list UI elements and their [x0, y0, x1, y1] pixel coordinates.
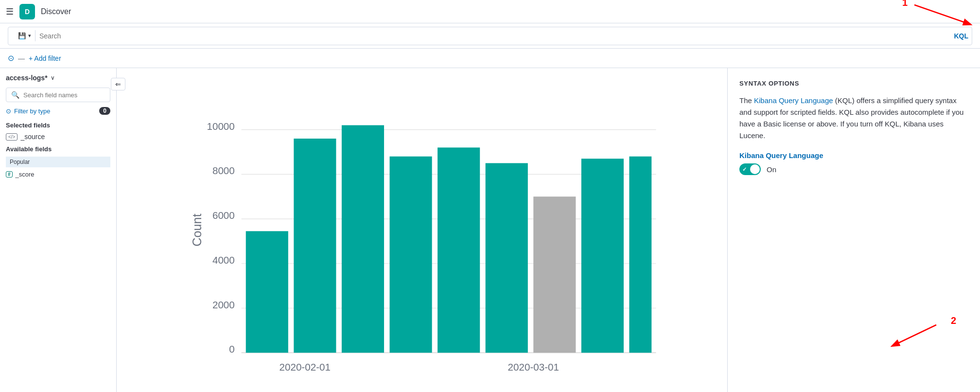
- svg-text:0: 0: [229, 343, 234, 355]
- selected-fields-label: Selected fields: [6, 122, 110, 129]
- bar: [581, 159, 624, 353]
- toggle-track: ✓: [739, 163, 761, 175]
- kql-label: Kibana Query Language: [739, 151, 823, 160]
- svg-text:2000: 2000: [212, 299, 235, 310]
- hamburger-icon[interactable]: ☰: [6, 6, 14, 17]
- filter-type-row: ⊙ Filter by type 0: [6, 107, 110, 115]
- annotation-arrow-2: 2: [873, 314, 970, 353]
- field-search-box: 🔍: [6, 88, 110, 102]
- svg-text:2: 2: [951, 315, 956, 326]
- bar: [342, 125, 384, 353]
- main-layout: access-logs* ∨ 🔍 ⊙ Filter by type 0 Sele…: [0, 68, 980, 392]
- filter-type-icon: ⊙: [6, 107, 11, 115]
- filter-divider: —: [18, 54, 25, 62]
- index-pattern-name: access-logs*: [6, 74, 48, 82]
- bar: [533, 196, 576, 353]
- svg-text:6000: 6000: [212, 210, 235, 221]
- field-search-input[interactable]: [23, 91, 105, 99]
- toggle-check-icon: ✓: [742, 166, 747, 173]
- search-bar-inner: 💾 ▾: [8, 27, 972, 45]
- syntax-panel-title: SYNTAX OPTIONS: [739, 80, 968, 87]
- svg-text:4000: 4000: [212, 254, 235, 266]
- app-icon: D: [19, 4, 35, 19]
- add-filter-button[interactable]: + Add filter: [29, 54, 61, 62]
- syntax-panel: SYNTAX OPTIONS The Kibana Query Language…: [727, 68, 980, 392]
- collapse-sidebar-button[interactable]: ⇐: [111, 78, 125, 90]
- save-dropdown-icon: ▾: [28, 33, 31, 39]
- available-fields-section: Available fields Popular # _score: [6, 145, 110, 179]
- svg-text:Count: Count: [190, 214, 204, 246]
- bar: [246, 231, 288, 353]
- source-field-name: _source: [20, 133, 45, 141]
- bar: [294, 139, 336, 353]
- bar: [438, 147, 480, 353]
- app-title: Discover: [41, 7, 71, 16]
- bar-chart: Count 0 2000 4000 6000 8000 10000: [122, 74, 721, 386]
- filter-count-badge: 0: [99, 107, 110, 115]
- save-button[interactable]: 💾 ▾: [14, 30, 35, 41]
- save-icon: 💾: [18, 32, 26, 39]
- filter-by-type-button[interactable]: ⊙ Filter by type: [6, 107, 50, 115]
- list-item: # _score: [6, 169, 110, 179]
- top-nav: ☰ D Discover: [0, 0, 980, 23]
- kibana-query-language-link[interactable]: Kibana Query Language: [754, 96, 833, 105]
- source-icon: </>: [6, 133, 18, 141]
- svg-text:2020-02-01: 2020-02-01: [279, 361, 331, 373]
- field-search-icon: 🔍: [11, 91, 19, 99]
- search-bar: 💾 ▾ KQL 1: [0, 23, 980, 49]
- index-pattern-dropdown-icon[interactable]: ∨: [51, 74, 55, 81]
- popular-label: Popular: [6, 157, 110, 167]
- filter-type-label: Filter by type: [14, 107, 50, 115]
- syntax-description: The Kibana Query Language (KQL) offers a…: [739, 95, 968, 142]
- kql-label-row: Kibana Query Language: [739, 151, 968, 160]
- svg-line-18: [892, 325, 936, 346]
- field-name-score: _score: [16, 171, 35, 178]
- sidebar: access-logs* ∨ 🔍 ⊙ Filter by type 0 Sele…: [0, 68, 117, 392]
- search-input[interactable]: [39, 32, 966, 40]
- kql-toggle[interactable]: ✓: [739, 163, 761, 175]
- available-fields-label: Available fields: [6, 145, 110, 153]
- index-pattern-row: access-logs* ∨: [6, 74, 110, 82]
- kql-badge[interactable]: KQL: [954, 32, 968, 40]
- field-type-hash-icon: #: [6, 171, 13, 178]
- filter-icon: ⊙: [8, 53, 14, 63]
- filter-row: ⊙ — + Add filter: [0, 49, 980, 68]
- svg-text:2020-03-01: 2020-03-01: [508, 361, 560, 373]
- toggle-thumb: [750, 164, 760, 174]
- bar: [486, 163, 528, 353]
- toggle-row: ✓ On: [739, 163, 968, 175]
- chart-area: Count 0 2000 4000 6000 8000 10000: [117, 68, 727, 392]
- source-field-item: </> _source: [6, 133, 110, 141]
- bar: [629, 157, 651, 353]
- bar: [390, 157, 432, 353]
- toggle-on-label: On: [767, 165, 776, 174]
- svg-text:10000: 10000: [207, 121, 234, 132]
- svg-text:8000: 8000: [212, 165, 235, 176]
